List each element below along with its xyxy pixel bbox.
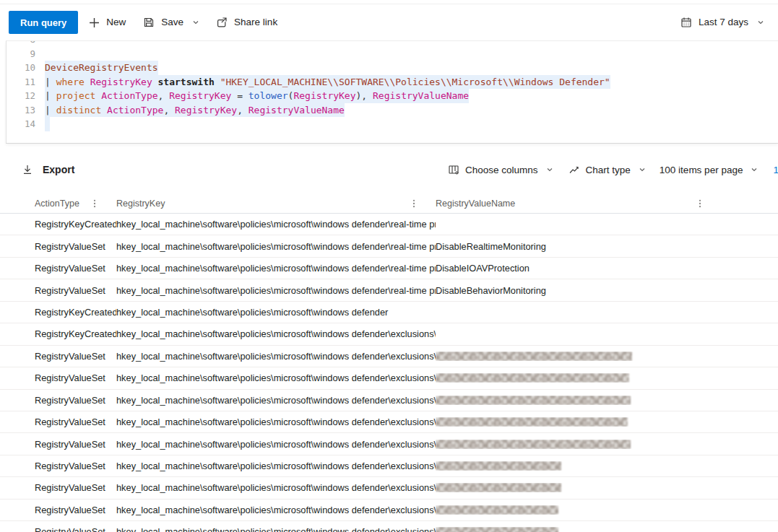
plus-icon [88,17,100,28]
save-label: Save [161,11,183,34]
registryvaluename-column-menu-icon[interactable] [695,199,705,209]
code-text: | project ActionType, RegistryKey = tolo… [45,89,469,103]
table-row[interactable]: RegistryValueSethkey_local_machine\softw… [0,500,778,521]
column-header-registrykey[interactable]: RegistryKey [116,199,436,209]
query-editor[interactable]: 8910DeviceRegistryEvents11| where Regist… [6,40,778,143]
redacted-value [436,417,628,427]
cell-registryvaluename [436,483,778,492]
cell-registryvaluename: DisableRealtimeMonitoring [436,241,778,252]
cell-actiontype: RegistryKeyCreated [35,328,116,339]
time-range-chevron-down-icon [756,18,765,27]
table-row[interactable]: RegistryValueSethkey_local_machine\softw… [0,455,778,477]
result-range[interactable]: 1-53 of 53 [773,165,778,175]
code-line[interactable]: 10DeviceRegistryEvents [7,61,778,75]
table-body: RegistryKeyCreatedhkey_local_machine\sof… [0,214,778,532]
cell-actiontype: RegistryValueSet [35,351,116,362]
table-row[interactable]: RegistryValueSethkey_local_machine\softw… [0,390,778,411]
items-per-page-chevron-down-icon [750,165,758,174]
cell-registryvaluename: DisableBehaviorMonitoring [436,285,778,296]
cell-registryvaluename [436,396,778,405]
items-per-page-selector[interactable]: 100 items per page [660,165,759,175]
line-number: 9 [7,47,35,61]
cell-actiontype: RegistryValueSet [35,461,116,471]
code-token: RegistryKey [293,90,355,101]
redacted-value [436,440,631,449]
code-line[interactable]: 11| where RegistryKey startswith "HKEY_L… [7,75,778,90]
table-row[interactable]: RegistryKeyCreatedhkey_local_machine\sof… [0,323,778,345]
time-range-picker[interactable]: Last 7 days [680,11,765,34]
code-token: | [45,77,56,87]
save-chevron-down-icon[interactable] [191,18,200,27]
code-token: project [56,90,102,101]
redacted-value [436,352,632,361]
share-link-button[interactable]: Share link [216,11,277,34]
redacted-value [436,396,631,405]
table-row[interactable]: RegistryValueSethkey_local_machine\softw… [0,258,778,279]
top-divider [0,4,778,4]
code-token: ActionType [107,105,163,115]
table-row[interactable]: RegistryKeyCreatedhkey_local_machine\sof… [0,302,778,323]
cell-actiontype: RegistryValueSet [35,482,116,493]
cell-registryvaluename [436,505,778,515]
redacted-value [436,527,558,532]
run-query-label: Run query [20,17,66,28]
results-table: ActionType RegistryKey RegistryValueName… [0,193,778,532]
cell-registrykey: hkey_local_machine\software\policies\mic… [116,482,436,493]
cell-actiontype: RegistryValueSet [35,526,116,532]
cell-registrykey: hkey_local_machine\software\policies\mic… [116,417,436,427]
code-token: , [237,105,248,115]
code-line[interactable]: 14 [7,117,778,131]
cell-registryvaluename [436,352,778,361]
chart-type-button[interactable]: Chart type [569,164,647,175]
choose-columns-chevron-down-icon [545,165,554,174]
save-button[interactable]: Save [143,11,200,34]
table-row[interactable]: RegistryValueSethkey_local_machine\softw… [0,411,778,433]
cell-registrykey: hkey_local_machine\software\policies\mic… [116,439,436,450]
column-header-actiontype[interactable]: ActionType [35,199,116,209]
code-token: RegistryKey [90,77,158,87]
table-row[interactable]: RegistryValueSethkey_local_machine\softw… [0,346,778,367]
share-icon [216,17,228,28]
code-token: RegistryValueName [373,90,469,101]
code-token: RegistryKey [169,90,237,101]
cell-registrykey: hkey_local_machine\software\policies\mic… [116,328,436,339]
table-header: ActionType RegistryKey RegistryValueName [0,193,778,214]
cell-actiontype: RegistryValueSet [35,241,116,252]
code-token: RegistryValueName [248,105,345,115]
cell-actiontype: RegistryValueSet [35,417,116,427]
table-row[interactable]: RegistryValueSethkey_local_machine\softw… [0,367,778,389]
new-query-button[interactable]: New [88,11,126,34]
code-token: ), [356,90,373,101]
code-token: ActionType [101,90,157,101]
table-row[interactable]: RegistryValueSethkey_local_machine\softw… [0,477,778,499]
column-header-registryvaluename[interactable]: RegistryValueName [436,199,778,209]
code-line[interactable]: 9 [7,47,778,61]
cell-registrykey: hkey_local_machine\software\policies\mic… [116,505,436,515]
cell-actiontype: RegistryKeyCreated [35,307,116,318]
code-line[interactable]: 13| distinct ActionType, RegistryKey, Re… [7,103,778,118]
table-row[interactable]: RegistryValueSethkey_local_machine\softw… [0,235,778,257]
code-line[interactable]: 12| project ActionType, RegistryKey = to… [7,89,778,103]
export-button[interactable]: Export [22,160,74,180]
table-row[interactable]: RegistryValueSethkey_local_machine\softw… [0,279,778,301]
download-icon [22,164,33,175]
registrykey-column-menu-icon[interactable] [409,199,419,209]
actiontype-column-menu-icon[interactable] [90,199,100,209]
chart-type-icon [569,164,580,175]
query-toolbar: Run query New Save Share link [9,11,765,34]
choose-columns-button[interactable]: Choose columns [448,164,554,175]
table-row[interactable]: RegistryValueSethkey_local_machine\softw… [0,521,778,532]
table-row[interactable]: RegistryKeyCreatedhkey_local_machine\sof… [0,214,778,235]
line-number: 10 [7,61,35,75]
advanced-hunting-page: { "colors": { "accent": "#0078d4", "sele… [0,0,778,532]
code-text: | distinct ActionType, RegistryKey, Regi… [45,103,345,118]
code-line[interactable]: 8 [7,40,778,47]
line-number: 13 [7,103,35,118]
run-query-button[interactable]: Run query [9,11,78,34]
code-token: RegistryKey [175,105,237,115]
cell-registryvaluename: DisableIOAVProtection [436,263,778,274]
redacted-value [436,373,629,383]
redacted-value [436,483,561,492]
table-row[interactable]: RegistryValueSethkey_local_machine\softw… [0,433,778,455]
share-link-label: Share link [234,11,277,34]
